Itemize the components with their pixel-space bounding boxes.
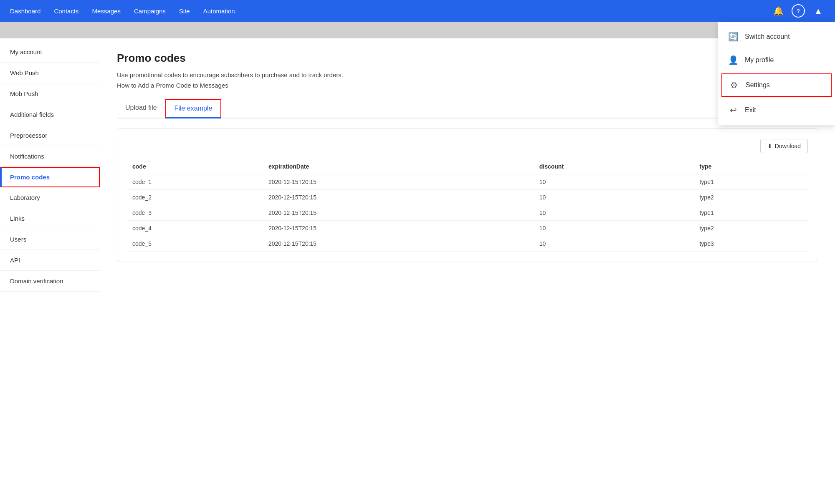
sidebar-item-preprocessor[interactable]: Preprocessor <box>0 125 100 146</box>
cell-discount: 10 <box>534 205 695 221</box>
content-tabs: Upload file File example <box>117 99 818 118</box>
cell-code: code_1 <box>127 174 263 190</box>
table-row: code_52020-12-15T20:1510type3 <box>127 236 808 252</box>
top-navigation: Dashboard Contacts Messages Campaigns Si… <box>0 0 835 22</box>
nav-automation[interactable]: Automation <box>203 8 235 15</box>
help-link[interactable]: How to Add a Promo Code to Messages <box>117 82 228 89</box>
sidebar-item-links[interactable]: Links <box>0 208 100 229</box>
account-menu-icon[interactable]: ▲ <box>812 4 825 18</box>
settings-label: Settings <box>746 81 770 89</box>
file-example-box: ⬇ Download code expirationDate discount … <box>117 129 818 262</box>
download-button[interactable]: ⬇ Download <box>760 139 808 153</box>
settings-icon: ⚙ <box>729 80 739 90</box>
cell-discount: 10 <box>534 190 695 205</box>
sidebar-item-users[interactable]: Users <box>0 229 100 250</box>
nav-campaigns[interactable]: Campaigns <box>134 8 166 15</box>
switch-account-icon: 🔄 <box>728 32 738 42</box>
tab-file-example[interactable]: File example <box>165 99 222 118</box>
sidebar-item-domain-verification[interactable]: Domain verification <box>0 271 100 292</box>
cell-code: code_5 <box>127 236 263 252</box>
sidebar: My account Web Push Mob Push Additional … <box>0 38 100 504</box>
nav-contacts[interactable]: Contacts <box>54 8 78 15</box>
nav-site[interactable]: Site <box>179 8 190 15</box>
col-header-expiration: expirationDate <box>263 159 534 174</box>
cell-discount: 10 <box>534 236 695 252</box>
nav-icons: 🔔 ? ▲ <box>772 4 825 18</box>
dropdown-settings[interactable]: ⚙ Settings <box>721 73 832 97</box>
nav-dashboard[interactable]: Dashboard <box>10 8 40 15</box>
sidebar-item-promo-codes[interactable]: Promo codes <box>0 167 100 187</box>
cell-code: code_2 <box>127 190 263 205</box>
cell-expirationDate: 2020-12-15T20:15 <box>263 190 534 205</box>
dropdown-exit[interactable]: ↩ Exit <box>718 98 835 122</box>
exit-label: Exit <box>745 106 756 114</box>
col-header-discount: discount <box>534 159 695 174</box>
cell-type: type3 <box>694 236 808 252</box>
notifications-icon[interactable]: 🔔 <box>772 4 785 18</box>
cell-discount: 10 <box>534 221 695 236</box>
cell-type: type1 <box>694 205 808 221</box>
download-icon: ⬇ <box>767 143 772 149</box>
cell-type: type2 <box>694 221 808 236</box>
table-row: code_32020-12-15T20:1510type1 <box>127 205 808 221</box>
cell-expirationDate: 2020-12-15T20:15 <box>263 205 534 221</box>
table-row: code_22020-12-15T20:1510type2 <box>127 190 808 205</box>
switch-account-label: Switch account <box>745 33 790 40</box>
cell-expirationDate: 2020-12-15T20:15 <box>263 221 534 236</box>
my-profile-label: My profile <box>745 56 774 64</box>
dropdown-my-profile[interactable]: 👤 My profile <box>718 48 835 72</box>
cell-code: code_3 <box>127 205 263 221</box>
sidebar-item-notifications[interactable]: Notifications <box>0 146 100 167</box>
cell-type: type2 <box>694 190 808 205</box>
page-description: Use promotional codes to encourage subsc… <box>117 71 409 78</box>
page-title: Promo codes <box>117 52 818 65</box>
col-header-type: type <box>694 159 808 174</box>
main-layout: My account Web Push Mob Push Additional … <box>0 38 835 504</box>
cell-expirationDate: 2020-12-15T20:15 <box>263 236 534 252</box>
sidebar-item-additional-fields[interactable]: Additional fields <box>0 104 100 125</box>
cell-discount: 10 <box>534 174 695 190</box>
col-header-code: code <box>127 159 263 174</box>
help-icon[interactable]: ? <box>792 4 805 18</box>
promo-codes-table: code expirationDate discount type code_1… <box>127 159 808 252</box>
sidebar-item-my-account[interactable]: My account <box>0 42 100 63</box>
sidebar-item-web-push[interactable]: Web Push <box>0 63 100 83</box>
download-label: Download <box>775 143 801 149</box>
exit-icon: ↩ <box>728 105 738 115</box>
sidebar-item-laboratory[interactable]: Laboratory <box>0 187 100 208</box>
dropdown-switch-account[interactable]: 🔄 Switch account <box>718 25 835 48</box>
cell-code: code_4 <box>127 221 263 236</box>
my-profile-icon: 👤 <box>728 55 738 65</box>
table-row: code_12020-12-15T20:1510type1 <box>127 174 808 190</box>
cell-expirationDate: 2020-12-15T20:15 <box>263 174 534 190</box>
sidebar-item-mob-push[interactable]: Mob Push <box>0 83 100 104</box>
sidebar-item-api[interactable]: API <box>0 250 100 271</box>
gray-strip <box>0 22 835 38</box>
cell-type: type1 <box>694 174 808 190</box>
table-row: code_42020-12-15T20:1510type2 <box>127 221 808 236</box>
nav-links: Dashboard Contacts Messages Campaigns Si… <box>10 8 772 15</box>
tab-upload-file[interactable]: Upload file <box>117 99 165 118</box>
dropdown-menu: 🔄 Switch account 👤 My profile ⚙ Settings… <box>718 22 835 125</box>
nav-messages[interactable]: Messages <box>92 8 121 15</box>
